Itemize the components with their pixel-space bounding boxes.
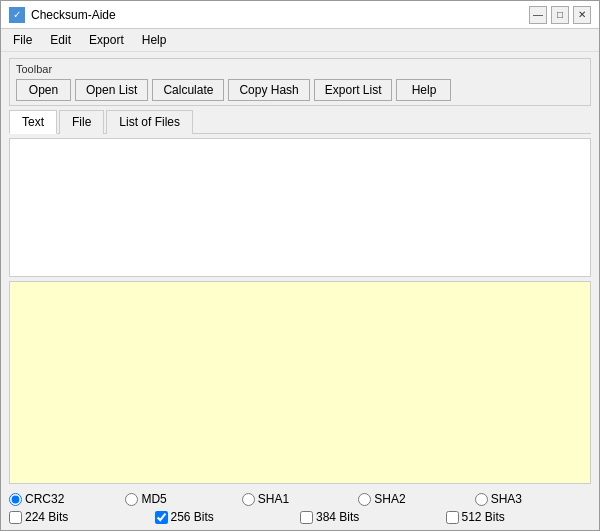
menu-export[interactable]: Export	[81, 31, 132, 49]
title-bar-left: ✓ Checksum-Aide	[9, 7, 116, 23]
radio-md5: MD5	[125, 492, 241, 506]
open-button[interactable]: Open	[16, 79, 71, 101]
radio-md5-label: MD5	[141, 492, 166, 506]
tab-text[interactable]: Text	[9, 110, 57, 134]
checkbox-384bits: 384 Bits	[300, 510, 446, 524]
calculate-button[interactable]: Calculate	[152, 79, 224, 101]
tab-file[interactable]: File	[59, 110, 104, 134]
toolbar-group: Toolbar Open Open List Calculate Copy Ha…	[9, 58, 591, 106]
radio-sha3-label: SHA3	[491, 492, 522, 506]
radio-crc32: CRC32	[9, 492, 125, 506]
checkbox-256bits-label: 256 Bits	[171, 510, 214, 524]
checkbox-224bits-input[interactable]	[9, 511, 22, 524]
radio-sha2-label: SHA2	[374, 492, 405, 506]
title-bar-controls: — □ ✕	[529, 6, 591, 24]
radio-row: CRC32 MD5 SHA1 SHA2 SHA3	[9, 492, 591, 506]
radio-md5-input[interactable]	[125, 493, 138, 506]
content-area	[9, 134, 591, 484]
window-title: Checksum-Aide	[31, 8, 116, 22]
radio-sha2: SHA2	[358, 492, 474, 506]
checkbox-512bits-input[interactable]	[446, 511, 459, 524]
checkbox-256bits: 256 Bits	[155, 510, 301, 524]
bottom-area: CRC32 MD5 SHA1 SHA2 SHA3 224 Bits	[1, 488, 599, 530]
radio-sha1-input[interactable]	[242, 493, 255, 506]
checkbox-256bits-input[interactable]	[155, 511, 168, 524]
checkbox-512bits-label: 512 Bits	[462, 510, 505, 524]
radio-crc32-input[interactable]	[9, 493, 22, 506]
menu-file[interactable]: File	[5, 31, 40, 49]
checkbox-224bits-label: 224 Bits	[25, 510, 68, 524]
help-button[interactable]: Help	[396, 79, 451, 101]
checkbox-224bits: 224 Bits	[9, 510, 155, 524]
close-button[interactable]: ✕	[573, 6, 591, 24]
checkbox-row: 224 Bits 256 Bits 384 Bits 512 Bits	[9, 510, 591, 524]
checkbox-384bits-label: 384 Bits	[316, 510, 359, 524]
export-list-button[interactable]: Export List	[314, 79, 393, 101]
title-bar: ✓ Checksum-Aide — □ ✕	[1, 1, 599, 29]
tab-list-of-files[interactable]: List of Files	[106, 110, 193, 134]
menu-edit[interactable]: Edit	[42, 31, 79, 49]
radio-sha3-input[interactable]	[475, 493, 488, 506]
app-icon: ✓	[9, 7, 25, 23]
radio-sha2-input[interactable]	[358, 493, 371, 506]
radio-sha1-label: SHA1	[258, 492, 289, 506]
output-box	[9, 281, 591, 484]
toolbar-buttons: Open Open List Calculate Copy Hash Expor…	[16, 79, 584, 101]
copy-hash-button[interactable]: Copy Hash	[228, 79, 309, 101]
menu-help[interactable]: Help	[134, 31, 175, 49]
minimize-button[interactable]: —	[529, 6, 547, 24]
open-list-button[interactable]: Open List	[75, 79, 148, 101]
text-input[interactable]	[9, 138, 591, 277]
tabs-area: Text File List of Files	[1, 110, 599, 488]
radio-sha3: SHA3	[475, 492, 591, 506]
maximize-button[interactable]: □	[551, 6, 569, 24]
checkbox-384bits-input[interactable]	[300, 511, 313, 524]
tab-bar: Text File List of Files	[9, 110, 591, 134]
radio-crc32-label: CRC32	[25, 492, 64, 506]
main-window: ✓ Checksum-Aide — □ ✕ File Edit Export H…	[0, 0, 600, 531]
menubar: File Edit Export Help	[1, 29, 599, 52]
toolbar-label: Toolbar	[16, 63, 584, 75]
checkbox-512bits: 512 Bits	[446, 510, 592, 524]
radio-sha1: SHA1	[242, 492, 358, 506]
